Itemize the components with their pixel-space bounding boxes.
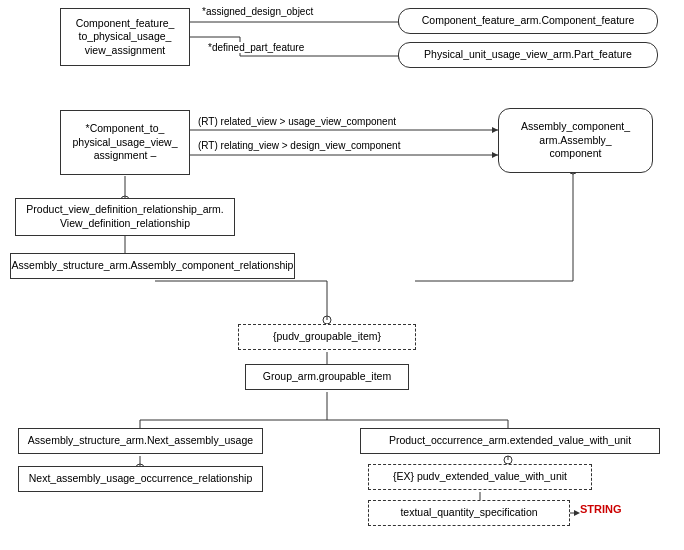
next-assembly-usage-occurrence-box: Next_assembly_usage_occurrence_relations…: [18, 466, 263, 492]
pudv-groupable-item-box: {pudv_groupable_item}: [238, 324, 416, 350]
component-feature-to-physical-box: Component_feature_ to_physical_usage_ vi…: [60, 8, 190, 66]
product-occurrence-arm-box: Product_occurrence_arm.extended_value_wi…: [360, 428, 660, 454]
pudv-extended-value-box: {EX} pudv_extended_value_with_unit: [368, 464, 592, 490]
assigned-design-object-label: *assigned_design_object: [202, 6, 313, 17]
next-assembly-usage-box: Assembly_structure_arm.Next_assembly_usa…: [18, 428, 263, 454]
component-feature-arm-box: Component_feature_arm.Component_feature: [398, 8, 658, 34]
group-arm-groupable-item-box: Group_arm.groupable_item: [245, 364, 409, 390]
svg-point-15: [323, 316, 331, 324]
defined-part-feature-label: *defined_part_feature: [208, 42, 304, 53]
assembly-component-arm-box: Assembly_component_ arm.Assembly_ compon…: [498, 108, 653, 173]
string-label: STRING: [580, 503, 622, 515]
physical-unit-usage-box: Physical_unit_usage_view_arm.Part_featur…: [398, 42, 658, 68]
component-to-physical-box: *Component_to_ physical_usage_view_ assi…: [60, 110, 190, 175]
related-view-label: (RT) related_view > usage_view_component: [198, 116, 396, 127]
product-view-definition-box: Product_view_definition_relationship_arm…: [15, 198, 235, 236]
textual-quantity-spec-box: textual_quantity_specification: [368, 500, 570, 526]
diagram: Component_feature_ to_physical_usage_ vi…: [0, 0, 684, 550]
svg-point-27: [504, 456, 512, 464]
relating-view-label: (RT) relating_view > design_view_compone…: [198, 140, 400, 151]
assembly-structure-arm-box: Assembly_structure_arm.Assembly_componen…: [10, 253, 295, 279]
